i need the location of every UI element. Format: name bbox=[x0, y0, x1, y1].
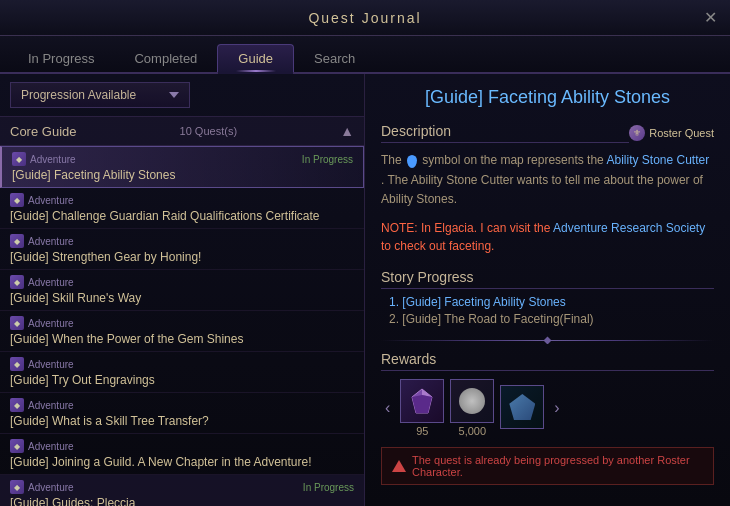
desc-text-1: The bbox=[381, 153, 405, 167]
collapse-button[interactable]: ▲ bbox=[340, 123, 354, 139]
quest-icon-8: ◆ bbox=[10, 439, 24, 453]
quest-count: 10 Quest(s) bbox=[180, 125, 237, 137]
silver-coin-icon bbox=[459, 388, 485, 414]
quest-icon-3: ◆ bbox=[10, 234, 24, 248]
quest-icon-7: ◆ bbox=[10, 398, 24, 412]
description-section-title: Description bbox=[381, 123, 629, 143]
quest-detail-title: [Guide] Faceting Ability Stones bbox=[381, 86, 714, 109]
quest-type-3: Adventure bbox=[28, 236, 74, 247]
quest-status-9: In Progress bbox=[303, 482, 354, 493]
note-suffix: to check out faceting. bbox=[381, 239, 494, 253]
quest-list[interactable]: ◆ Adventure In Progress [Guide] Faceting… bbox=[0, 146, 364, 506]
divider-diamond-icon bbox=[544, 336, 552, 344]
warning-triangle-icon bbox=[392, 460, 406, 472]
story-progress-title: Story Progress bbox=[381, 269, 714, 289]
progression-dropdown[interactable]: Progression Available bbox=[10, 82, 190, 108]
window-title: Quest Journal bbox=[308, 10, 421, 26]
quest-status-1: In Progress bbox=[302, 154, 353, 165]
main-layout: Progression Available Core Guide 10 Ques… bbox=[0, 74, 730, 506]
roster-badge: ⚜ Roster Quest bbox=[629, 125, 714, 141]
quest-item-6[interactable]: ◆ Adventure [Guide] Try Out Engravings bbox=[0, 352, 364, 393]
quest-type-5: Adventure bbox=[28, 318, 74, 329]
story-item-2: 2. [Guide] The Road to Faceting(Final) bbox=[389, 312, 714, 326]
quest-name-7: [Guide] What is a Skill Tree Transfer? bbox=[10, 414, 354, 428]
quest-item-5[interactable]: ◆ Adventure [Guide] When the Power of th… bbox=[0, 311, 364, 352]
quest-type-2: Adventure bbox=[28, 195, 74, 206]
reward-item-1: 95 bbox=[400, 379, 444, 437]
section-divider bbox=[381, 340, 714, 341]
warning-message: The quest is already being progressed by… bbox=[381, 447, 714, 485]
tab-in-progress[interactable]: In Progress bbox=[8, 45, 114, 72]
story-item-1: 1. [Guide] Faceting Ability Stones bbox=[389, 295, 714, 309]
reward-item-2: 5,000 bbox=[450, 379, 494, 437]
left-panel: Progression Available Core Guide 10 Ques… bbox=[0, 74, 365, 506]
dropdown-area: Progression Available bbox=[0, 74, 364, 117]
desc-text-3: . The Ability Stone Cutter wants to tell… bbox=[381, 173, 703, 206]
tab-completed[interactable]: Completed bbox=[114, 45, 217, 72]
quest-type-8: Adventure bbox=[28, 441, 74, 452]
quest-icon-9: ◆ bbox=[10, 480, 24, 494]
quest-icon-6: ◆ bbox=[10, 357, 24, 371]
quest-name-8: [Guide] Joining a Guild. A New Chapter i… bbox=[10, 455, 354, 469]
quest-name-5: [Guide] When the Power of the Gem Shines bbox=[10, 332, 354, 346]
reward-item-3 bbox=[500, 385, 544, 431]
quest-icon-5: ◆ bbox=[10, 316, 24, 330]
roster-label: Roster Quest bbox=[649, 127, 714, 139]
quest-type-7: Adventure bbox=[28, 400, 74, 411]
tab-search[interactable]: Search bbox=[294, 45, 375, 72]
quest-item-7[interactable]: ◆ Adventure [Guide] What is a Skill Tree… bbox=[0, 393, 364, 434]
quest-item-9[interactable]: ◆ Adventure In Progress [Guide] Guides: … bbox=[0, 475, 364, 506]
quest-name-9: [Guide] Guides: Pleccia bbox=[10, 496, 354, 506]
quest-type-1: Adventure bbox=[30, 154, 76, 165]
rewards-row: ‹ 95 5,000 bbox=[381, 379, 714, 437]
quest-type-9: Adventure bbox=[28, 482, 74, 493]
quest-item-3[interactable]: ◆ Adventure [Guide] Strengthen Gear by H… bbox=[0, 229, 364, 270]
quest-icon-1: ◆ bbox=[12, 152, 26, 166]
quest-name-4: [Guide] Skill Rune's Way bbox=[10, 291, 354, 305]
quest-item-8[interactable]: ◆ Adventure [Guide] Joining a Guild. A N… bbox=[0, 434, 364, 475]
quest-item-2[interactable]: ◆ Adventure [Guide] Challenge Guardian R… bbox=[0, 188, 364, 229]
description-text: The symbol on the map represents the Abi… bbox=[381, 151, 714, 209]
reward-label-1: 95 bbox=[416, 425, 428, 437]
reward-box-2 bbox=[450, 379, 494, 423]
blue-stone-icon bbox=[509, 394, 535, 420]
reward-box-3 bbox=[500, 385, 544, 429]
rewards-prev-button[interactable]: ‹ bbox=[381, 395, 394, 421]
quest-name-2: [Guide] Challenge Guardian Raid Qualific… bbox=[10, 209, 354, 223]
quest-list-header: Core Guide 10 Quest(s) ▲ bbox=[0, 117, 364, 146]
reward-label-2: 5,000 bbox=[459, 425, 487, 437]
adventure-society-link: Adventure Research Society bbox=[553, 221, 705, 235]
quest-list-header-title: Core Guide bbox=[10, 124, 76, 139]
title-bar: Quest Journal ✕ bbox=[0, 0, 730, 36]
quest-type-6: Adventure bbox=[28, 359, 74, 370]
quest-type-4: Adventure bbox=[28, 277, 74, 288]
quest-icon-4: ◆ bbox=[10, 275, 24, 289]
desc-text-2: symbol on the map represents the bbox=[422, 153, 606, 167]
right-panel: [Guide] Faceting Ability Stones Descript… bbox=[365, 74, 730, 506]
purple-gem-icon bbox=[408, 387, 436, 415]
ability-stone-cutter-link: Ability Stone Cutter bbox=[606, 153, 709, 167]
water-drop-icon bbox=[407, 155, 417, 168]
roster-icon: ⚜ bbox=[629, 125, 645, 141]
rewards-next-button[interactable]: › bbox=[550, 395, 563, 421]
note-text: NOTE: In Elgacia. I can visit the Advent… bbox=[381, 219, 714, 255]
reward-box-1 bbox=[400, 379, 444, 423]
dropdown-value: Progression Available bbox=[21, 88, 136, 102]
quest-name-3: [Guide] Strengthen Gear by Honing! bbox=[10, 250, 354, 264]
tab-bar: In Progress Completed Guide Search bbox=[0, 36, 730, 74]
description-header: Description ⚜ Roster Quest bbox=[381, 123, 714, 143]
warning-text: The quest is already being progressed by… bbox=[412, 454, 703, 478]
rewards-title: Rewards bbox=[381, 351, 714, 371]
quest-name-6: [Guide] Try Out Engravings bbox=[10, 373, 354, 387]
quest-icon-2: ◆ bbox=[10, 193, 24, 207]
quest-item-4[interactable]: ◆ Adventure [Guide] Skill Rune's Way bbox=[0, 270, 364, 311]
story-progress-section: Story Progress 1. [Guide] Faceting Abili… bbox=[381, 269, 714, 326]
note-prefix: NOTE: In Elgacia. I can visit the bbox=[381, 221, 553, 235]
rewards-section: Rewards ‹ 95 bbox=[381, 351, 714, 437]
tab-guide[interactable]: Guide bbox=[217, 44, 294, 72]
quest-name-1: [Guide] Faceting Ability Stones bbox=[12, 168, 353, 182]
dropdown-arrow-icon bbox=[169, 92, 179, 98]
quest-item-1[interactable]: ◆ Adventure In Progress [Guide] Faceting… bbox=[0, 146, 364, 188]
close-button[interactable]: ✕ bbox=[700, 8, 720, 28]
